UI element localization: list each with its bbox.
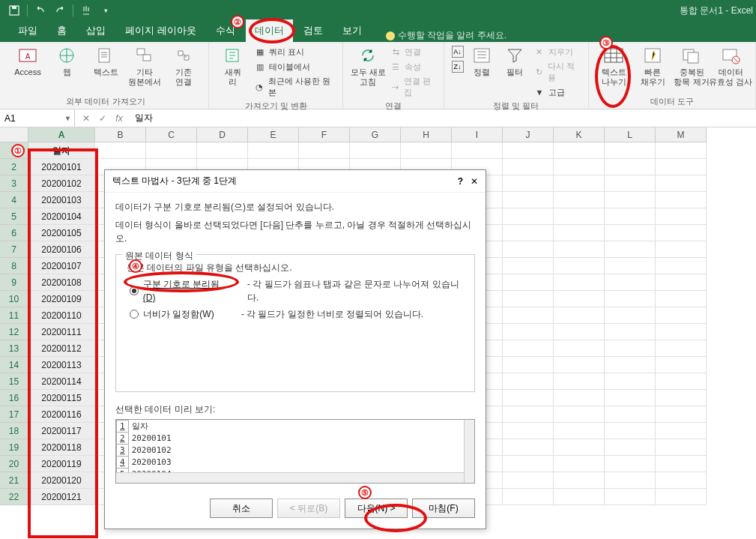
col-header-E[interactable]: E [248,127,299,142]
cell[interactable] [605,225,656,241]
cell[interactable] [554,423,605,439]
cell[interactable] [605,489,656,505]
col-header-J[interactable]: J [503,127,554,142]
cell[interactable] [503,340,554,357]
cell[interactable] [554,159,605,175]
row-header[interactable]: 19 [0,439,28,456]
cell[interactable] [554,324,605,340]
cell[interactable] [503,142,554,159]
cell[interactable] [554,208,605,225]
cell[interactable]: 20200112 [28,340,95,357]
cancel-button[interactable]: 취소 [210,499,273,518]
tab-view[interactable]: 보기 [333,19,371,42]
tab-insert[interactable]: 삽입 [77,19,115,42]
cell[interactable] [656,439,707,456]
tab-layout[interactable]: 페이지 레이아웃 [116,19,205,42]
dialog-close-button[interactable]: ✕ [471,176,478,187]
cell[interactable] [299,142,350,159]
cell[interactable] [656,175,707,192]
cell[interactable]: 20200106 [28,241,95,258]
row-header[interactable]: 11 [0,307,28,324]
cell[interactable] [605,406,656,423]
advanced-filter-button[interactable]: ▼고급 [533,85,581,99]
cell[interactable] [401,142,452,159]
tab-home[interactable]: 홈 [48,19,76,42]
row-header[interactable]: 20 [0,456,28,472]
cell[interactable] [554,274,605,291]
name-box-input[interactable] [4,113,57,124]
col-header-B[interactable]: B [95,127,146,142]
row-header[interactable]: 7 [0,241,28,258]
recent-sources-button[interactable]: ◔최근에 사용한 원본 [254,75,335,99]
column-headers[interactable]: ABCDEFGHIJKLM [28,127,756,142]
preview-scrollbar-v[interactable] [464,420,474,483]
cell[interactable] [656,340,707,357]
cell[interactable] [503,208,554,225]
row-header[interactable]: 10 [0,291,28,307]
cell[interactable] [554,456,605,472]
cell[interactable] [605,175,656,192]
formula-input[interactable]: 일자 [130,112,756,124]
cell[interactable] [656,357,707,373]
cell[interactable] [605,390,656,406]
preview-scrollbar-h[interactable] [116,472,464,483]
cell[interactable]: 20200115 [28,390,95,406]
cell[interactable] [554,241,605,258]
sort-desc-button[interactable]: Z↓ [452,60,464,73]
data-validation-button[interactable]: 데이터 유효성 검사 [713,45,748,87]
col-header-F[interactable]: F [299,127,350,142]
row-header[interactable]: 16 [0,390,28,406]
cell[interactable] [503,357,554,373]
cell[interactable] [503,258,554,274]
cell[interactable]: 20200108 [28,274,95,291]
tab-review[interactable]: 검토 [294,19,332,42]
radio-fixedwidth[interactable]: 너비가 일정함(W) - 각 필드가 일정한 너비로 정렬되어 있습니다. [130,307,467,321]
cell[interactable] [554,142,605,159]
cell[interactable] [656,225,707,241]
cell[interactable] [554,340,605,357]
cell[interactable]: 20200121 [28,489,95,505]
cell[interactable] [605,373,656,390]
cell[interactable] [503,373,554,390]
fx-enter-icon[interactable]: ✓ [96,113,109,124]
row-header[interactable]: 2 [0,159,28,175]
cell[interactable] [605,324,656,340]
cell[interactable] [95,142,146,159]
cell[interactable]: 20200120 [28,472,95,489]
cell[interactable] [554,472,605,489]
col-header-G[interactable]: G [350,127,401,142]
row-header[interactable]: 8 [0,258,28,274]
cell[interactable] [656,390,707,406]
cell[interactable] [554,307,605,324]
cell[interactable]: 20200113 [28,357,95,373]
cell[interactable]: 20200107 [28,258,95,274]
cell[interactable] [656,456,707,472]
show-queries-button[interactable]: ▦쿼리 표시 [254,45,335,58]
touch-mode-icon[interactable] [79,4,93,17]
cell[interactable] [554,258,605,274]
cell[interactable]: 20200116 [28,406,95,423]
cell[interactable] [554,357,605,373]
cell[interactable] [503,159,554,175]
row-header[interactable]: 13 [0,340,28,357]
tell-me[interactable]: 수행할 작업을 알려 주세요. [386,29,506,42]
col-header-C[interactable]: C [146,127,197,142]
row-header[interactable]: 3 [0,175,28,192]
dialog-titlebar[interactable]: 텍스트 마법사 - 3단계 중 1단계 ? ✕ [105,170,486,193]
fx-icon[interactable]: fx [112,113,126,124]
cell[interactable] [503,192,554,208]
cell[interactable] [656,423,707,439]
cell[interactable]: 일자 [28,142,95,159]
redo-icon[interactable] [53,4,67,17]
cell[interactable] [554,439,605,456]
cell[interactable] [656,159,707,175]
from-table-button[interactable]: ▥테이블에서 [254,60,335,73]
cell[interactable] [605,241,656,258]
next-button[interactable]: 다음(N) > [345,499,408,518]
cell[interactable] [146,142,197,159]
cell[interactable] [503,241,554,258]
sort-button[interactable]: 정렬 [468,45,497,77]
namebox-dropdown-icon[interactable]: ▼ [64,115,71,122]
cell[interactable]: 20200104 [28,208,95,225]
cell[interactable] [503,406,554,423]
